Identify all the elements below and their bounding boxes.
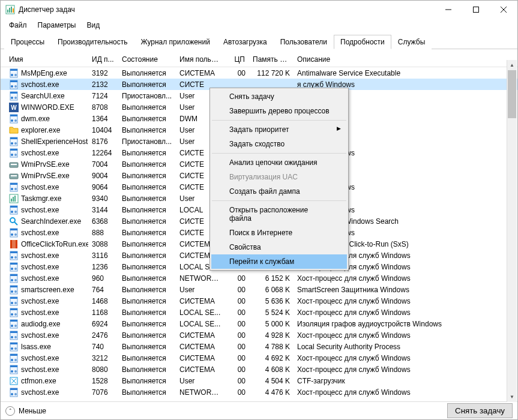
- process-name: dwm.exe: [21, 115, 50, 123]
- table-row[interactable]: audiodg.exe6924ВыполняетсяLOCAL SE...005…: [1, 318, 517, 329]
- process-name: audiodg.exe: [21, 320, 60, 328]
- col-state[interactable]: Состояние: [118, 53, 176, 66]
- process-name: explorer.exe: [21, 126, 60, 134]
- svg-rect-64: [10, 263, 17, 265]
- tab-5[interactable]: Подробности: [334, 35, 391, 49]
- process-name: ctfmon.exe: [21, 377, 56, 385]
- minimize-button[interactable]: [435, 1, 462, 19]
- process-user: СИСТЕМА: [176, 365, 225, 374]
- menu-вид[interactable]: Вид: [82, 20, 104, 31]
- tab-4[interactable]: Пользователи: [274, 35, 334, 49]
- svg-rect-32: [10, 149, 17, 151]
- context-menu-item[interactable]: Создать файл дампа: [211, 184, 347, 199]
- process-user: User: [176, 377, 225, 385]
- svg-rect-84: [10, 320, 17, 322]
- tab-2[interactable]: Журнал приложений: [134, 35, 217, 49]
- col-description[interactable]: Описание: [294, 53, 517, 66]
- context-menu-item[interactable]: Снять задачу: [211, 89, 347, 104]
- close-button[interactable]: [490, 1, 517, 19]
- context-menu-item[interactable]: Поиск в Интернете: [211, 226, 347, 240]
- process-pid: 740: [88, 343, 118, 351]
- process-name: WmiPrvSE.exe: [21, 160, 70, 169]
- svg-point-70: [14, 279, 17, 281]
- tab-0[interactable]: Процессы: [4, 35, 51, 49]
- svg-point-85: [11, 325, 13, 327]
- menu-файл[interactable]: Файл: [4, 20, 32, 31]
- tabs: ПроцессыПроизводительностьЖурнал приложе…: [1, 32, 517, 49]
- col-user[interactable]: Имя пользо...: [176, 53, 225, 66]
- process-user: NETWORK...: [176, 274, 225, 283]
- process-name: svchost.exe: [21, 388, 59, 397]
- process-name: svchost.exe: [21, 183, 59, 191]
- table-row[interactable]: svchost.exe7076ВыполняетсяNETWORK...004 …: [1, 386, 517, 398]
- table-row[interactable]: svchost.exe3212ВыполняетсяСИСТЕМА004 692…: [1, 352, 517, 364]
- process-desc: Antimalware Service Executable: [294, 69, 517, 77]
- tab-6[interactable]: Службы: [391, 35, 432, 49]
- table-row[interactable]: ctfmon.exe1528ВыполняетсяUser004 504 KCT…: [1, 375, 517, 386]
- context-menu-item[interactable]: Завершить дерево процессов: [211, 104, 347, 118]
- process-cpu: 00: [225, 320, 249, 328]
- scroll-thumb[interactable]: [508, 70, 516, 118]
- process-pid: 6368: [88, 217, 118, 226]
- end-task-button[interactable]: Снять задачу: [447, 403, 513, 418]
- svg-point-90: [14, 336, 17, 338]
- process-name: ShellExperienceHost...: [21, 137, 88, 146]
- context-menu-item[interactable]: Анализ цепочки ожидания: [211, 155, 347, 170]
- process-name: Taskmgr.exe: [21, 194, 61, 203]
- svg-point-69: [11, 279, 13, 281]
- svg-point-102: [14, 370, 17, 373]
- process-pid: 7004: [88, 160, 118, 169]
- svg-rect-76: [10, 297, 17, 299]
- process-memory: 5 636 K: [249, 297, 294, 305]
- svg-point-61: [11, 256, 13, 259]
- table-row[interactable]: svchost.exe2476ВыполняетсяСИСТЕМА004 928…: [1, 329, 517, 341]
- scroll-up-icon[interactable]: ▲: [507, 60, 517, 70]
- process-name: svchost.exe: [21, 149, 59, 157]
- table-row[interactable]: svchost.exe1468ВыполняетсяСИСТЕМА005 636…: [1, 295, 517, 307]
- process-user: СИСТЕМА: [176, 297, 225, 305]
- process-state: Выполняется: [118, 160, 176, 169]
- table-row[interactable]: lsass.exe740ВыполняетсяСИСТЕМА004 788 KL…: [1, 341, 517, 352]
- svg-point-97: [11, 359, 13, 361]
- process-desc: Хост-процесс для служб Windows: [294, 308, 517, 317]
- col-memory[interactable]: Память (ч...▾: [249, 53, 294, 66]
- table-row[interactable]: svchost.exe1168ВыполняетсяLOCAL SE...005…: [1, 307, 517, 318]
- tab-1[interactable]: Производительность: [51, 35, 134, 49]
- context-menu-item[interactable]: Свойства: [211, 240, 347, 254]
- svg-rect-2: [9, 8, 10, 13]
- context-menu-item[interactable]: Задать сходство: [211, 137, 347, 151]
- table-row[interactable]: MsMpEng.exe3192ВыполняетсяСИСТЕМА00112 7…: [1, 67, 517, 79]
- tab-3[interactable]: Автозагрузка: [217, 35, 274, 49]
- table-row[interactable]: svchost.exe960ВыполняетсяNETWORK...006 1…: [1, 272, 517, 284]
- maximize-button[interactable]: [462, 1, 490, 19]
- process-memory: 4 504 K: [249, 377, 294, 385]
- col-pid[interactable]: ИД п...: [88, 53, 118, 66]
- window-title: Диспетчер задач: [19, 5, 75, 14]
- scroll-down-icon[interactable]: ▼: [507, 392, 517, 402]
- col-name[interactable]: Имя: [5, 53, 88, 66]
- process-cpu: 00: [225, 69, 249, 77]
- process-name: lsass.exe: [21, 343, 51, 351]
- col-memory-label: Память (ч...: [253, 55, 292, 64]
- svg-point-98: [14, 359, 17, 361]
- table-row[interactable]: smartscreen.exe764ВыполняетсяUser006 068…: [1, 284, 517, 295]
- context-menu-item[interactable]: Задать приоритет▶: [211, 122, 347, 137]
- menu-параметры[interactable]: Параметры: [33, 20, 81, 31]
- window-controls: [435, 1, 517, 19]
- svg-point-93: [11, 347, 13, 350]
- table-row[interactable]: svchost.exe8080ВыполняетсяСИСТЕМА004 608…: [1, 364, 517, 375]
- context-menu-item[interactable]: Перейти к службам: [211, 254, 347, 269]
- svg-point-49: [11, 211, 13, 213]
- svg-rect-46: [14, 196, 16, 202]
- process-state: Выполняется: [118, 80, 176, 89]
- process-pid: 6924: [88, 320, 118, 328]
- context-menu-item[interactable]: Открыть расположение файла: [211, 203, 347, 226]
- col-cpu[interactable]: ЦП: [225, 53, 249, 66]
- process-state: Выполняется: [118, 331, 176, 340]
- svg-rect-48: [10, 206, 17, 208]
- process-state: Выполняется: [118, 194, 176, 203]
- process-memory: 4 928 K: [249, 331, 294, 340]
- fewer-details-button[interactable]: ˄ Меньше: [5, 406, 46, 416]
- process-name: WmiPrvSE.exe: [21, 172, 70, 180]
- vertical-scrollbar[interactable]: ▲ ▼: [507, 60, 517, 402]
